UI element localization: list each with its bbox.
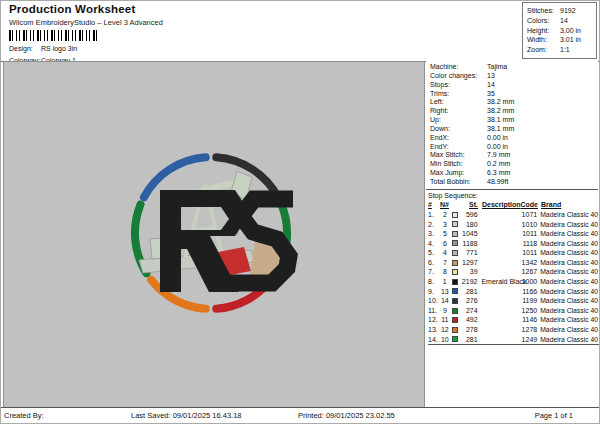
needle-number: 11 bbox=[440, 315, 450, 325]
stitch-count: 276 bbox=[460, 296, 478, 306]
machine-label: Right: bbox=[430, 107, 487, 116]
thread-swatch-color bbox=[452, 298, 458, 304]
stop-row: 3.510451011Madeira Classic 40 bbox=[428, 229, 598, 239]
machine-row: Machine:Tajima bbox=[430, 63, 598, 72]
thread-swatch-color bbox=[452, 221, 458, 227]
stop-number: 5. bbox=[428, 248, 440, 258]
stop-row: 1.25961071Madeira Classic 40 bbox=[428, 210, 598, 220]
stat-label: Colors: bbox=[527, 16, 560, 26]
stitch-count: 180 bbox=[460, 220, 478, 230]
stop-sequence-section: Stop Sequence: #N#St.DescriptionCodeBran… bbox=[426, 189, 598, 345]
machine-row: Max Stitch:7.9 mm bbox=[430, 151, 598, 160]
rs-logo-design bbox=[4, 62, 424, 408]
design-row: Design: RS logo 3in bbox=[9, 44, 525, 53]
thread-brand: Madeira Classic 40 bbox=[537, 239, 598, 249]
needle-number: 13 bbox=[440, 287, 450, 297]
stat-row: Zoom:1:1 bbox=[527, 45, 596, 55]
stitch-count: 1297 bbox=[460, 258, 478, 268]
thread-swatch bbox=[450, 258, 460, 268]
stop-number: 10. bbox=[428, 296, 440, 306]
machine-row: Down:38.1 mm bbox=[430, 125, 598, 134]
column-header: N# bbox=[440, 200, 460, 210]
machine-value: 38.2 mm bbox=[487, 98, 514, 107]
stop-row: 13.122781278Madeira Classic 40 bbox=[428, 325, 598, 335]
created-by-label: Created By: bbox=[4, 411, 44, 420]
stats-box: Stitches:9192Colors:14Height:3.00 inWidt… bbox=[522, 2, 597, 59]
design-canvas bbox=[3, 61, 425, 409]
machine-label: Trims: bbox=[430, 90, 487, 99]
thread-swatch-color bbox=[452, 336, 458, 342]
machine-row: Min Stitch:0.2 mm bbox=[430, 160, 598, 169]
machine-row: Left:38.2 mm bbox=[430, 98, 598, 107]
stat-row: Width:3.01 in bbox=[527, 35, 596, 45]
thread-description bbox=[478, 315, 518, 325]
thread-brand: Madeira Classic 40 bbox=[537, 325, 598, 335]
thread-code: 1071 bbox=[517, 210, 537, 220]
thread-code: 1011 bbox=[517, 229, 537, 239]
stop-number: 3. bbox=[428, 229, 440, 239]
machine-value: 0.2 mm bbox=[487, 160, 510, 169]
needle-number: 7 bbox=[440, 258, 450, 268]
machine-label: Color changes: bbox=[430, 72, 487, 81]
stop-number: 13. bbox=[428, 325, 440, 335]
thread-swatch-color bbox=[452, 317, 458, 323]
needle-number: 14 bbox=[440, 296, 450, 306]
thread-code: 1011 bbox=[517, 248, 537, 258]
needle-number: 10 bbox=[440, 335, 450, 345]
stitch-count: 596 bbox=[460, 210, 478, 220]
printed-text: Printed: 09/01/2025 23.02.55 bbox=[298, 411, 395, 420]
page-number: Page 1 of 1 bbox=[535, 411, 573, 420]
thread-swatch bbox=[450, 296, 460, 306]
needle-number: 9 bbox=[440, 306, 450, 316]
machine-row: Max Jump:6.3 mm bbox=[430, 169, 598, 178]
thread-code: 1249 bbox=[517, 335, 537, 345]
thread-description: Emerald Black bbox=[477, 277, 517, 287]
thread-swatch-color bbox=[452, 327, 458, 333]
needle-number: 4 bbox=[440, 248, 450, 258]
stop-table-bottom-border bbox=[428, 344, 600, 345]
stat-row: Height:3.00 in bbox=[527, 26, 596, 36]
thread-code: 1010 bbox=[517, 220, 537, 230]
stop-row: 10.142761199Madeira Classic 40 bbox=[428, 296, 598, 306]
stop-number: 8. bbox=[428, 277, 440, 287]
machine-row: Right:38.2 mm bbox=[430, 107, 598, 116]
machine-value: 48.99ft bbox=[487, 178, 508, 187]
thread-swatch-color bbox=[452, 269, 458, 275]
thread-code: 1267 bbox=[517, 267, 537, 277]
stop-sequence-title: Stop Sequence: bbox=[428, 192, 598, 201]
machine-label: Max Jump: bbox=[430, 169, 487, 178]
thread-swatch bbox=[450, 335, 460, 345]
thread-brand: Madeira Classic 40 bbox=[537, 315, 598, 325]
thread-swatch-color bbox=[452, 231, 458, 237]
machine-label: EndY: bbox=[430, 143, 487, 152]
machine-row: EndY:0.00 in bbox=[430, 143, 598, 152]
stat-label: Stitches: bbox=[527, 6, 560, 16]
details-panel: Machine:TajimaColor changes:13Stops:14Tr… bbox=[426, 61, 598, 409]
thread-swatch-color bbox=[452, 279, 458, 285]
needle-number: 6 bbox=[440, 239, 450, 249]
stat-label: Height: bbox=[527, 26, 560, 36]
stop-table-body: 1.25961071Madeira Classic 402.31801010Ma… bbox=[428, 210, 598, 344]
thread-brand: Madeira Classic 40 bbox=[537, 306, 598, 316]
thread-description bbox=[478, 296, 518, 306]
thread-code: 1146 bbox=[517, 315, 537, 325]
stop-number: 7. bbox=[428, 267, 440, 277]
thread-description bbox=[478, 287, 518, 297]
stat-label: Zoom: bbox=[527, 45, 560, 55]
stitch-count: 39 bbox=[460, 267, 478, 277]
thread-description bbox=[478, 267, 518, 277]
machine-label: Total Bobbin: bbox=[430, 178, 487, 187]
thread-brand: Madeira Classic 40 bbox=[537, 258, 598, 268]
thread-description bbox=[478, 306, 518, 316]
machine-row: EndX:0.00 in bbox=[430, 134, 598, 143]
stop-number: 12. bbox=[428, 315, 440, 325]
thread-brand: Madeira Classic 40 bbox=[537, 296, 598, 306]
machine-label: Left: bbox=[430, 98, 487, 107]
thread-swatch bbox=[450, 248, 460, 258]
stat-row: Stitches:9192 bbox=[527, 6, 596, 16]
footer: Created By: Last Saved: 09/01/2025 16.43… bbox=[1, 407, 599, 423]
stop-number: 4. bbox=[428, 239, 440, 249]
stop-row: 5.47711011Madeira Classic 40 bbox=[428, 248, 598, 258]
thread-code: 1166 bbox=[517, 287, 537, 297]
column-header: St. bbox=[460, 200, 478, 210]
